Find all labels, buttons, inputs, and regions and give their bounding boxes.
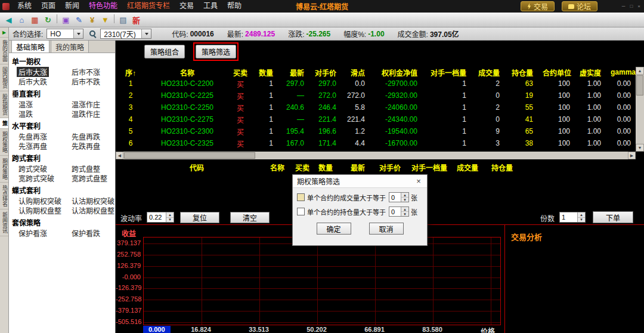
forum-button[interactable]: 论坛: [562, 1, 597, 11]
strategy-item[interactable]: 认沽期权突破: [70, 196, 116, 206]
scrollbar-thumb[interactable]: [124, 152, 255, 159]
column-header[interactable]: 代码: [190, 162, 204, 172]
column-header[interactable]: 最新: [351, 162, 365, 172]
menu-item[interactable]: 系统: [13, 0, 36, 13]
money-icon[interactable]: ¥: [86, 14, 98, 26]
side-tab[interactable]: 期权策略: [0, 156, 8, 183]
table-row[interactable]: 3HO2310-C-2250买1240.6246.45.8-24060.0012…: [116, 101, 636, 113]
column-header[interactable]: 滑点: [341, 67, 370, 78]
strategy-item[interactable]: 认购期权突破: [17, 196, 63, 206]
strategy-item[interactable]: 后市不跌: [70, 76, 102, 87]
column-header[interactable]: 合约单位: [538, 67, 575, 78]
maximize-icon[interactable]: □: [630, 4, 633, 9]
tab-strategy-filter[interactable]: 策略筛选: [196, 45, 236, 58]
refresh-icon[interactable]: ↻: [42, 14, 54, 26]
checkbox[interactable]: [297, 193, 305, 201]
column-header[interactable]: 数量: [252, 67, 278, 78]
back-icon[interactable]: ◀: [2, 14, 15, 26]
number-input[interactable]: 0▲▼: [389, 192, 409, 202]
number-input[interactable]: 0▲▼: [389, 206, 409, 217]
side-tab[interactable]: 期权策略: [0, 129, 8, 156]
trade-button[interactable]: 交易: [521, 1, 555, 11]
ok-button[interactable]: 确定: [317, 223, 351, 235]
table-row[interactable]: 1HO2310-C-2200买1297.0297.00.0-29700.0012…: [116, 78, 636, 90]
menu-item[interactable]: 红塔期货专栏: [122, 0, 175, 13]
spinner-up-icon[interactable]: ▲: [401, 207, 408, 212]
menu-item[interactable]: 新闻: [60, 0, 84, 13]
place-order-button[interactable]: 下单: [593, 211, 633, 223]
menu-item[interactable]: 工具: [199, 0, 222, 13]
search-icon[interactable]: [89, 30, 97, 38]
spinner-up-icon[interactable]: ▲: [166, 212, 174, 218]
column-header[interactable]: 数量: [318, 162, 333, 172]
scrollbar-thumb[interactable]: [636, 75, 643, 95]
tab-basic-strategy[interactable]: 基础策略: [11, 40, 49, 53]
edit-icon[interactable]: ✎: [73, 14, 85, 26]
side-tab[interactable]: 我的页面: [0, 38, 8, 64]
column-header[interactable]: 虚实度: [575, 67, 606, 78]
horizontal-scrollbar[interactable]: ◀ ▶: [116, 152, 636, 159]
column-header[interactable]: 持仓量: [504, 67, 538, 78]
side-tab[interactable]: 国内期货: [0, 64, 8, 91]
contract-combobox[interactable]: HO: [47, 29, 83, 39]
column-header[interactable]: 对手一档量: [422, 67, 471, 78]
minimize-icon[interactable]: ─: [622, 4, 626, 9]
column-header[interactable]: 持仓量: [491, 162, 513, 172]
calculator-icon[interactable]: ▦: [29, 14, 41, 26]
side-tab[interactable]: 股指期货: [0, 91, 8, 118]
side-tab[interactable]: 热点排名: [0, 183, 8, 209]
column-header[interactable]: 权利金净值: [370, 67, 422, 78]
quantity-input[interactable]: 1 ▲ ▼: [559, 212, 586, 223]
table-row[interactable]: 5HO2310-C-2300买1195.4196.61.2-19540.0019…: [116, 125, 636, 137]
side-tab[interactable]: 策: [0, 118, 8, 129]
spinner-down-icon[interactable]: ▼: [401, 198, 408, 202]
new-icon[interactable]: 新: [130, 14, 143, 26]
menu-item[interactable]: 页面: [36, 0, 60, 13]
menu-item[interactable]: 帮助: [222, 0, 246, 13]
scroll-down-icon[interactable]: ▼: [636, 144, 644, 152]
menu-item[interactable]: 特色功能: [84, 0, 122, 13]
scroll-left-icon[interactable]: ◀: [116, 152, 123, 159]
cancel-button[interactable]: 取消: [369, 223, 404, 235]
column-header[interactable]: 名称: [145, 67, 229, 78]
column-header[interactable]: 名称: [270, 162, 284, 172]
scroll-right-icon[interactable]: ▶: [628, 152, 636, 159]
volatility-input[interactable]: 0.22 ▲ ▼: [147, 212, 174, 223]
report-icon[interactable]: ▤: [117, 14, 129, 26]
menu-item[interactable]: 交易: [175, 0, 199, 13]
strategy-item[interactable]: 宽跨式盘整: [70, 173, 109, 183]
spinner-up-icon[interactable]: ▲: [401, 193, 408, 198]
spinner-down-icon[interactable]: ▼: [578, 218, 585, 223]
column-header[interactable]: 买卖: [295, 162, 309, 172]
table-row[interactable]: 6HO2310-C-2325买1167.0171.44.4-16700.0013…: [116, 137, 636, 149]
period-combobox[interactable]: 2310(7天): [100, 29, 151, 39]
strategy-item[interactable]: 先跌再盘: [70, 141, 102, 151]
strategy-item[interactable]: 温跌: [17, 109, 35, 119]
table-row[interactable]: 2HO2310-C-2225买1—272.0272.0-29320.001019…: [116, 90, 636, 101]
checkbox[interactable]: [297, 208, 305, 215]
strategy-item[interactable]: 后市大涨: [17, 67, 49, 77]
table-row[interactable]: 4HO2310-C-2275买1—221.4221.4-24340.001041…: [116, 113, 636, 125]
column-header[interactable]: 最新: [278, 67, 309, 78]
spinner-down-icon[interactable]: ▼: [166, 218, 174, 223]
strategy-item[interactable]: 先盘再涨: [17, 131, 49, 141]
filter-icon[interactable]: ▼: [99, 14, 112, 26]
layout-icon[interactable]: ▣: [60, 14, 72, 26]
side-tab[interactable]: 新闻资讯: [0, 209, 8, 236]
strategy-item[interactable]: 后市不涨: [70, 67, 102, 77]
collapse-arrow-icon[interactable]: ▶: [0, 27, 8, 38]
strategy-item[interactable]: 认购期权盘整: [17, 205, 63, 215]
strategy-item[interactable]: 温跌作庄: [70, 109, 102, 119]
scroll-up-icon[interactable]: ▲: [636, 67, 644, 75]
strategy-item[interactable]: 认沽期权盘整: [70, 205, 116, 215]
clear-button[interactable]: 清空: [230, 212, 270, 223]
spinner-up-icon[interactable]: ▲: [578, 212, 585, 218]
strategy-item[interactable]: 温涨作庄: [70, 99, 102, 109]
column-header[interactable]: 买卖: [229, 67, 252, 78]
close-icon[interactable]: ×: [637, 4, 640, 9]
column-header[interactable]: 成交量: [471, 67, 504, 78]
column-header[interactable]: 对手价: [379, 162, 401, 172]
strategy-item[interactable]: 先盘再跌: [70, 131, 102, 141]
reset-button[interactable]: 复位: [180, 212, 219, 223]
vertical-scrollbar[interactable]: ▲ ▼: [636, 67, 644, 152]
